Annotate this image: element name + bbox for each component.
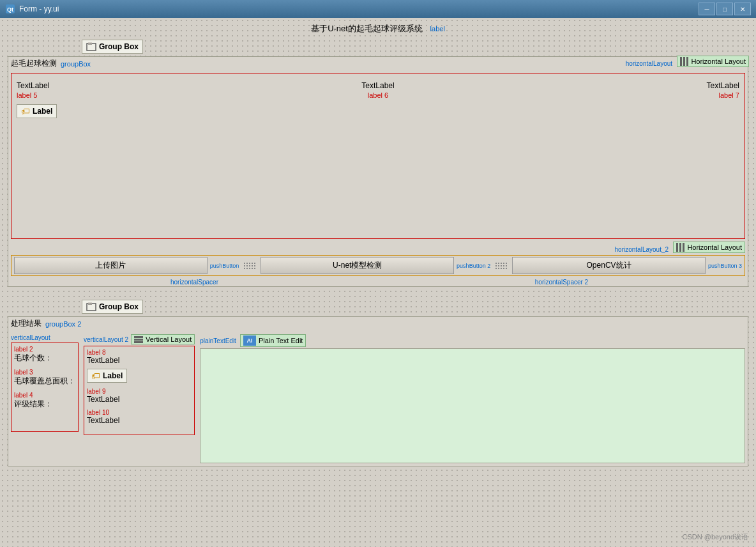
minimize-button[interactable]: ─ <box>699 3 715 15</box>
label5-col: TextLabel label 5 <box>17 81 257 99</box>
groupbox-icon: GB <box>86 42 96 52</box>
vlayout-label: Vertical Layout <box>146 335 192 343</box>
groupbox1-widget-row: GB Group Box <box>82 40 751 55</box>
title-bar: Qt Form - yy.ui ─ □ ✕ <box>0 0 756 18</box>
label-widget2-text: Label <box>103 371 123 380</box>
groupbox1-section: 起毛起球检测 groupBox horizontalLayout Horizon… <box>8 56 748 287</box>
vlayout2-name: verticalLayout 2 <box>84 336 128 343</box>
groupbox2-icon: GB <box>86 302 96 312</box>
label-widget1: 🏷 Label <box>17 104 57 118</box>
groupbox2-widget: GB Group Box <box>82 300 143 314</box>
restore-button[interactable]: □ <box>716 3 733 15</box>
spacer1-graphic <box>241 263 258 269</box>
watermark: CSDN @beyond诶语 <box>683 532 748 542</box>
vlayout1-label2-row: label 2 毛球个数： <box>14 346 75 364</box>
buttons-section: horizontalLayout_2 Horizontal Layout 上传图… <box>8 242 748 286</box>
spacer-names-row: horizontalSpacer horizontalSpacer 2 <box>8 277 748 286</box>
label7-col: TextLabel label 7 <box>499 81 739 99</box>
label6-name: label 6 <box>257 91 498 99</box>
plain-text-edit[interactable] <box>200 348 745 463</box>
label8-name: label 8 <box>87 349 192 356</box>
svg-text:GB: GB <box>88 302 92 305</box>
groupbox2-widget-label: Group Box <box>99 302 139 311</box>
groupbox1-widget: GB Group Box <box>82 40 143 54</box>
vlayout1-container: verticalLayout label 2 毛球个数： label 3 毛球覆… <box>11 334 79 432</box>
label10-text: TextLabel <box>87 416 119 425</box>
close-button[interactable]: ✕ <box>734 3 751 15</box>
label10-name: label 10 <box>87 409 192 416</box>
groupbox2-name-blue: groupBox 2 <box>45 320 81 328</box>
hlayout-icon <box>680 57 688 66</box>
processing-content: verticalLayout label 2 毛球个数： label 3 毛球覆… <box>8 332 748 466</box>
hlayout2-name: horizontalLayout_2 <box>615 246 669 253</box>
label6-col: TextLabel label 6 <box>257 81 498 99</box>
label-widget2: 🏷 Label <box>87 369 127 383</box>
opencv-button[interactable]: OpenCV统计 <box>512 257 706 274</box>
label9-name: label 9 <box>87 388 192 395</box>
buttons-row: 上传图片 pushButton U-net模型检测 pushButton 2 <box>11 255 745 276</box>
spacer2-name: horizontalSpacer 2 <box>378 277 745 286</box>
label7-name: label 7 <box>499 91 739 99</box>
vlayout2-header: verticalLayout 2 Vertical Layout <box>84 334 195 344</box>
label8-text: TextLabel <box>87 356 119 365</box>
svg-text:Qt: Qt <box>7 6 13 13</box>
label3-name: label 3 <box>14 369 75 376</box>
title-text: Form - yy.ui <box>19 4 59 13</box>
hlayout-indicator1: horizontalLayout Horizontal Layout <box>626 56 749 68</box>
content-wrapper: 基于U-net的起毛起球评级系统 label GB Group Box 起毛起球… <box>5 23 751 466</box>
groupbox2-widget-row: GB Group Box <box>82 300 751 315</box>
label9-text: TextLabel <box>87 395 119 404</box>
label3-text: 毛球覆盖总面积： <box>14 376 75 385</box>
btn1-name: pushButton <box>210 263 239 269</box>
upload-button[interactable]: 上传图片 <box>14 257 208 274</box>
plain-text-widget-container: AI Plain Text Edit <box>240 334 306 347</box>
header-label-name: label <box>430 25 445 33</box>
label4-text: 评级结果： <box>14 399 52 408</box>
header-row: 基于U-net的起毛起球评级系统 label <box>5 23 751 35</box>
plain-text-container: plainTextEdit AI Plain Text Edit <box>200 334 745 463</box>
groupbox2-name: 处理结果 <box>11 318 42 329</box>
hlayout2-icon <box>676 243 684 252</box>
text-labels-row: TextLabel label 5 TextLabel label 6 Text… <box>17 81 739 99</box>
label-widget2-icon: 🏷 <box>91 371 100 381</box>
unet-button[interactable]: U-net模型检测 <box>261 257 454 274</box>
label-widget-text: Label <box>33 107 52 116</box>
groupbox2-section: 处理结果 groupBox 2 verticalLayout label 2 毛… <box>8 316 748 466</box>
btn2-name: pushButton 2 <box>457 263 490 269</box>
vlayout-icon <box>134 336 143 343</box>
label7-text: TextLabel <box>707 81 739 90</box>
hlayout2-name-row: horizontalLayout_2 Horizontal Layout <box>8 242 748 254</box>
vlayout1-box: label 2 毛球个数： label 3 毛球覆盖总面积： label 4 评… <box>11 343 79 432</box>
hlayout-name: horizontalLayout <box>626 60 672 67</box>
vlayout2-label10-row: label 10 TextLabel <box>87 409 192 425</box>
hlayout2-label: Horizontal Layout <box>687 243 742 251</box>
vlayout2-label9-row: label 9 TextLabel <box>87 388 192 404</box>
plain-text-name: plainTextEdit <box>200 337 236 344</box>
btn3-name: pushButton 3 <box>708 263 742 269</box>
label2-name: label 2 <box>14 346 75 353</box>
label-widget-icon: 🏷 <box>21 106 30 116</box>
header-text: 基于U-net的起毛起球评级系统 <box>311 24 423 33</box>
vlayout2-container: verticalLayout 2 Vertical Layout <box>84 334 195 435</box>
plain-text-ai-icon: AI <box>243 335 256 346</box>
hlayout-label: Horizontal Layout <box>691 58 746 65</box>
vlayout2-label8-row: label 8 TextLabel <box>87 349 192 365</box>
groupbox1-name: 起毛起球检测 <box>11 58 57 69</box>
label5-text: TextLabel <box>17 81 49 90</box>
inner-area1: TextLabel label 5 TextLabel label 6 Text… <box>11 73 745 239</box>
window-controls: ─ □ ✕ <box>699 3 751 15</box>
groupbox1-widget-label: Group Box <box>99 42 139 51</box>
label5-name: label 5 <box>17 91 257 99</box>
plain-text-header-row: plainTextEdit AI Plain Text Edit <box>200 334 745 347</box>
vlayout-indicator: Vertical Layout <box>131 334 195 344</box>
spacer1-name: horizontalSpacer <box>11 277 378 286</box>
app-icon: Qt <box>5 4 15 14</box>
hlayout2-indicator: Horizontal Layout <box>673 242 745 253</box>
vlayout1-label3-row: label 3 毛球覆盖总面积： <box>14 369 75 387</box>
plain-text-label: Plain Text Edit <box>259 337 303 344</box>
main-content: 基于U-net的起毛起球评级系统 label GB Group Box 起毛起球… <box>0 18 756 547</box>
label4-name: label 4 <box>14 392 75 399</box>
vlayout2-box: label 8 TextLabel 🏷 Label label 9 TextLa… <box>84 346 195 435</box>
vlayout1-label4-row: label 4 评级结果： <box>14 392 75 410</box>
groupbox1-name-blue: groupBox <box>61 60 91 68</box>
